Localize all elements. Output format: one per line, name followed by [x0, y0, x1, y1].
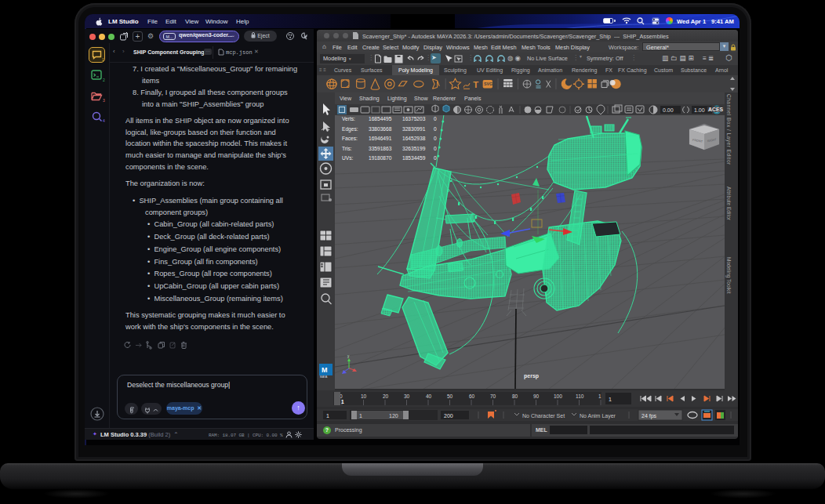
- svg-text:0.00: 0.00: [663, 107, 674, 113]
- svg-text:Tris:: Tris:: [342, 146, 352, 151]
- svg-text:Verts:: Verts:: [342, 116, 355, 121]
- svg-text:90: 90: [533, 393, 540, 399]
- svg-text:20: 20: [383, 393, 389, 399]
- svg-text:UVs:: UVs:: [342, 155, 353, 161]
- svg-text:32635199: 32635199: [402, 146, 426, 151]
- svg-text:1: 1: [326, 413, 329, 419]
- svg-text:1: 1: [598, 393, 601, 399]
- svg-text:16946491: 16946491: [369, 136, 392, 141]
- svg-text:M: M: [322, 366, 328, 374]
- svg-text:persp: persp: [524, 373, 539, 379]
- svg-text:70: 70: [490, 393, 496, 399]
- svg-text:110: 110: [576, 393, 584, 399]
- svg-text:24 fps: 24 fps: [641, 413, 657, 419]
- svg-text:32830991: 32830991: [402, 126, 426, 132]
- svg-text:19180870: 19180870: [369, 155, 392, 161]
- svg-text:10: 10: [361, 393, 367, 399]
- svg-text:33591863: 33591863: [369, 146, 392, 151]
- svg-text:No Character Set: No Character Set: [522, 413, 565, 419]
- svg-text:0: 0: [434, 155, 437, 161]
- svg-text:No Anim Layer: No Anim Layer: [580, 413, 616, 419]
- svg-text:200: 200: [444, 413, 453, 419]
- svg-text:18534459: 18534459: [402, 155, 426, 161]
- svg-text:80: 80: [512, 393, 518, 399]
- svg-text:1: 1: [609, 397, 612, 402]
- svg-text:16452938: 16452938: [402, 136, 426, 141]
- svg-text:60: 60: [469, 393, 475, 399]
- svg-text:30: 30: [404, 393, 410, 399]
- svg-text:16375203: 16375203: [402, 116, 426, 121]
- svg-text:1.00: 1.00: [694, 107, 705, 113]
- svg-text:Edges:: Edges:: [342, 126, 358, 132]
- svg-text:0: 0: [434, 126, 437, 132]
- svg-text:1: 1: [359, 413, 362, 419]
- svg-text:SVG: SVG: [484, 82, 492, 86]
- svg-text:0: 0: [434, 116, 437, 121]
- svg-text:Faces:: Faces:: [342, 136, 358, 141]
- svg-text:120: 120: [389, 413, 398, 419]
- svg-text:100: 100: [554, 393, 562, 399]
- svg-text:50: 50: [447, 393, 453, 399]
- svg-text:40: 40: [426, 393, 432, 399]
- svg-text:0: 0: [434, 136, 437, 141]
- svg-text:0: 0: [434, 146, 437, 151]
- svg-text:MAYA: MAYA: [320, 375, 328, 379]
- svg-text:33803668: 33803668: [369, 126, 392, 132]
- svg-text:T: T: [473, 80, 478, 89]
- svg-text:16854495: 16854495: [369, 116, 392, 121]
- svg-text:1: 1: [341, 399, 344, 404]
- svg-text:y: y: [347, 354, 350, 358]
